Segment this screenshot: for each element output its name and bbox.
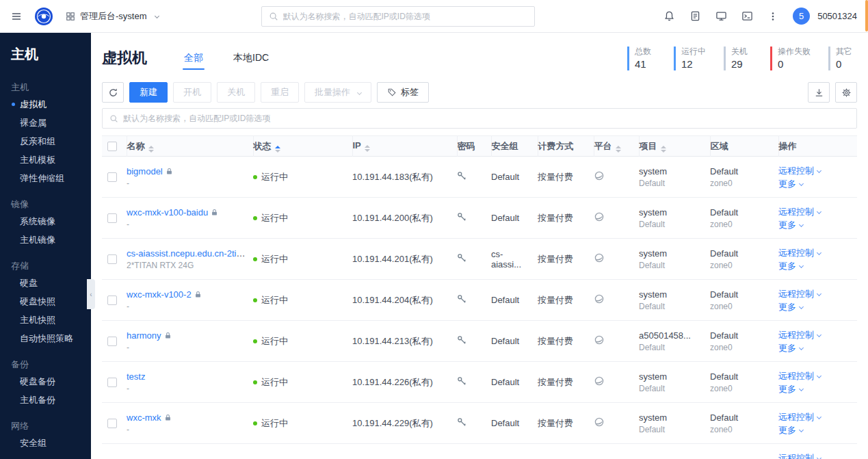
- notifications-bell-icon[interactable]: [663, 10, 675, 22]
- table-filter-input[interactable]: [123, 114, 850, 123]
- sidebar-item[interactable]: 主机镜像: [0, 231, 91, 249]
- document-icon[interactable]: [689, 10, 701, 22]
- vm-name-link[interactable]: wxc-mxk: [127, 412, 161, 423]
- more-actions-link[interactable]: 更多: [778, 220, 796, 230]
- vm-secgroup[interactable]: Default: [491, 403, 538, 444]
- password-key-icon[interactable]: [457, 335, 467, 345]
- sidebar-item[interactable]: 安全组: [0, 434, 91, 452]
- row-checkbox[interactable]: [107, 419, 117, 428]
- sidebar-item[interactable]: 自动快照策略: [0, 329, 91, 347]
- password-key-icon[interactable]: [457, 294, 467, 304]
- sort-icon[interactable]: [661, 146, 666, 153]
- remote-control-link[interactable]: 远程控制: [778, 248, 814, 258]
- password-key-icon[interactable]: [457, 171, 467, 181]
- remote-control-link[interactable]: 远程控制: [778, 330, 814, 340]
- sidebar-item[interactable]: 虚拟机: [0, 95, 91, 114]
- username[interactable]: 50501324: [817, 11, 857, 21]
- sidebar-collapse-handle[interactable]: ‹: [87, 279, 95, 309]
- vm-name-link[interactable]: bigmodel: [127, 166, 163, 176]
- monitor-icon[interactable]: [715, 10, 727, 22]
- column-header[interactable]: 安全组: [491, 136, 538, 157]
- sort-icon[interactable]: [148, 146, 154, 153]
- tab-all[interactable]: 全部: [183, 42, 205, 74]
- vm-secgroup[interactable]: cs-aiassi...: [491, 239, 538, 280]
- global-search[interactable]: [261, 6, 535, 27]
- avatar[interactable]: 5: [793, 8, 810, 25]
- sidebar-item[interactable]: 硬盘: [0, 274, 91, 292]
- power-off-button[interactable]: 关机: [217, 82, 255, 103]
- restart-button[interactable]: 重启: [261, 82, 299, 103]
- vm-secgroup[interactable]: Default: [491, 157, 538, 198]
- brand-logo[interactable]: [34, 7, 53, 26]
- vm-name-link[interactable]: cs-aiassist.ncepu.edu.cn-2titan: [127, 248, 246, 259]
- sidebar-item[interactable]: 主机备份: [0, 391, 91, 409]
- power-on-button[interactable]: 开机: [173, 82, 211, 103]
- remote-control-link[interactable]: 远程控制: [778, 371, 814, 381]
- vm-secgroup[interactable]: Default: [491, 198, 538, 239]
- remote-control-link[interactable]: 远程控制: [778, 166, 814, 176]
- remote-control-link[interactable]: 远程控制: [778, 412, 814, 422]
- more-actions-link[interactable]: 更多: [778, 261, 796, 271]
- tag-button[interactable]: 标签: [377, 82, 429, 103]
- sort-icon[interactable]: [275, 146, 280, 153]
- sidebar-item[interactable]: 弹性伸缩组: [0, 169, 91, 187]
- row-checkbox[interactable]: [107, 296, 117, 305]
- select-all-checkbox[interactable]: [107, 142, 117, 151]
- batch-actions-button[interactable]: 批量操作: [304, 82, 371, 103]
- app-switcher[interactable]: 管理后台-system: [66, 10, 159, 23]
- vm-name-link[interactable]: testz: [127, 371, 145, 382]
- column-header[interactable]: 项目: [639, 136, 710, 157]
- vm-name-link[interactable]: wxc-mxk-v100-baidu: [127, 207, 208, 218]
- sidebar-item[interactable]: 反亲和组: [0, 132, 91, 150]
- row-checkbox[interactable]: [107, 213, 117, 223]
- more-actions-link[interactable]: 更多: [778, 384, 796, 394]
- sidebar-item[interactable]: 裸金属: [0, 114, 91, 132]
- sort-icon[interactable]: [616, 146, 621, 153]
- terminal-icon[interactable]: [741, 10, 753, 22]
- column-header[interactable]: 密码: [457, 136, 491, 157]
- table-filter[interactable]: [102, 108, 857, 129]
- column-header[interactable]: 状态: [253, 136, 352, 157]
- password-key-icon[interactable]: [457, 376, 467, 386]
- row-checkbox[interactable]: [107, 337, 117, 346]
- password-key-icon[interactable]: [457, 212, 467, 222]
- row-checkbox[interactable]: [107, 378, 117, 387]
- more-actions-link[interactable]: 更多: [778, 425, 796, 435]
- vm-secgroup[interactable]: Default: [491, 280, 538, 321]
- more-actions-link[interactable]: 更多: [778, 343, 796, 353]
- sort-icon[interactable]: [365, 145, 370, 152]
- settings-gear-icon[interactable]: [835, 82, 857, 103]
- scrollbar-thumb[interactable]: [865, 0, 868, 31]
- row-checkbox[interactable]: [107, 254, 117, 264]
- global-search-input[interactable]: [283, 12, 527, 21]
- remote-control-link[interactable]: 远程控制: [778, 453, 814, 459]
- menu-icon[interactable]: [11, 11, 22, 22]
- sidebar-item[interactable]: 硬盘备份: [0, 372, 91, 391]
- column-header[interactable]: 名称: [127, 136, 253, 157]
- export-button[interactable]: [808, 82, 830, 103]
- password-key-icon[interactable]: [457, 253, 467, 263]
- vm-secgroup[interactable]: [491, 444, 538, 459]
- column-header[interactable]: 操作: [778, 136, 857, 157]
- kebab-menu-icon[interactable]: [767, 11, 778, 22]
- column-header[interactable]: 区域: [710, 136, 778, 157]
- tab-local-idc[interactable]: 本地IDC: [232, 42, 270, 74]
- more-actions-link[interactable]: 更多: [778, 302, 796, 312]
- remote-control-link[interactable]: 远程控制: [778, 207, 814, 217]
- vm-secgroup[interactable]: Default: [491, 321, 538, 362]
- sidebar-item[interactable]: 主机模板: [0, 150, 91, 169]
- sidebar-item[interactable]: 主机快照: [0, 311, 91, 329]
- more-actions-link[interactable]: 更多: [778, 179, 796, 189]
- vm-secgroup[interactable]: Default: [491, 362, 538, 403]
- password-key-icon[interactable]: [457, 417, 467, 428]
- column-header[interactable]: IP: [352, 136, 457, 157]
- remote-control-link[interactable]: 远程控制: [778, 289, 814, 299]
- column-header[interactable]: 平台: [594, 136, 639, 157]
- create-button[interactable]: 新建: [129, 82, 168, 103]
- refresh-button[interactable]: [102, 82, 124, 103]
- sidebar-item[interactable]: 硬盘快照: [0, 292, 91, 311]
- sidebar-item[interactable]: 系统镜像: [0, 212, 91, 231]
- row-checkbox[interactable]: [107, 172, 117, 182]
- column-header[interactable]: 计费方式: [538, 136, 594, 157]
- vm-name-link[interactable]: harmony: [127, 330, 161, 341]
